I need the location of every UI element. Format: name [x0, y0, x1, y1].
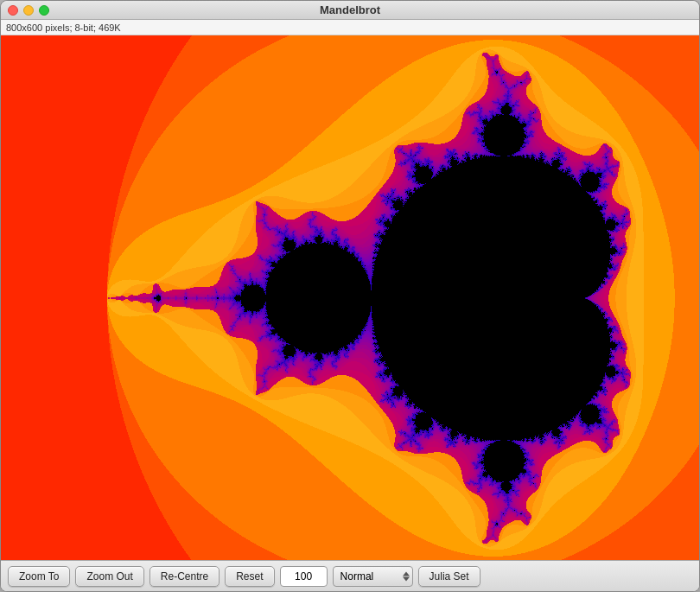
- fractal-canvas[interactable]: [1, 35, 699, 560]
- info-bar: 800x600 pixels; 8-bit; 469K: [1, 20, 699, 35]
- traffic-lights: [8, 5, 49, 16]
- zoom-input[interactable]: [280, 566, 328, 587]
- reset-button[interactable]: Reset: [225, 566, 274, 587]
- minimize-button[interactable]: [23, 5, 34, 16]
- mode-select-wrapper: Normal Julia Set Anti-aliased: [333, 566, 413, 587]
- maximize-button[interactable]: [39, 5, 49, 16]
- window-title: Mandelbrot: [320, 3, 380, 16]
- title-bar: Mandelbrot: [1, 1, 699, 20]
- toolbar: Zoom To Zoom Out Re-Centre Reset Normal …: [1, 560, 699, 591]
- zoom-out-button[interactable]: Zoom Out: [75, 566, 143, 587]
- zoom-to-button[interactable]: Zoom To: [8, 566, 70, 587]
- main-window: Mandelbrot 800x600 pixels; 8-bit; 469K Z…: [0, 0, 700, 592]
- mode-select[interactable]: Normal Julia Set Anti-aliased: [333, 566, 413, 587]
- julia-set-button[interactable]: Julia Set: [418, 566, 480, 587]
- fractal-canvas-container[interactable]: [1, 35, 699, 560]
- recentre-button[interactable]: Re-Centre: [150, 566, 220, 587]
- close-button[interactable]: [8, 5, 18, 16]
- image-info: 800x600 pixels; 8-bit; 469K: [6, 22, 121, 33]
